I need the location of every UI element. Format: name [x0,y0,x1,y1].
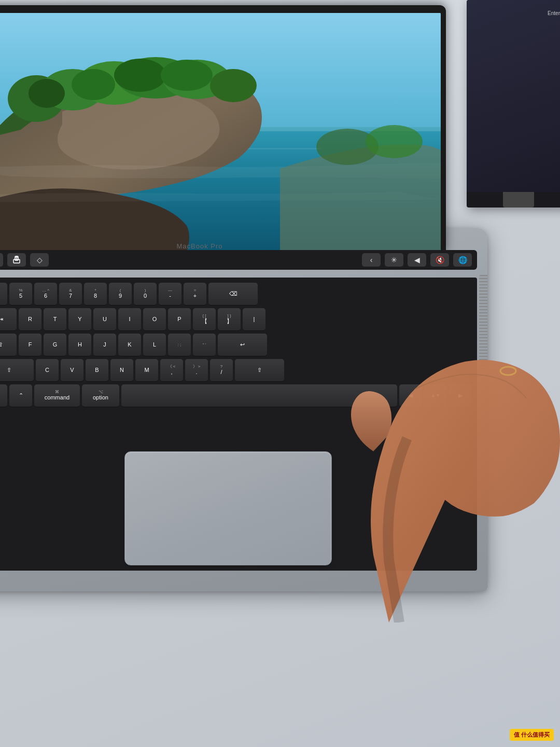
key-i[interactable]: I [118,308,141,331]
key-option[interactable]: ⌥ option [82,384,119,407]
key-j[interactable]: J [93,334,116,356]
touch-bar-eye-icon[interactable]: 👁 [0,253,3,267]
svg-point-13 [114,59,166,92]
enter-key-label: Enter [548,10,560,16]
key-equals[interactable]: = + [184,283,206,306]
key-l[interactable]: L [143,334,166,356]
touch-bar-mute-icon[interactable]: 🔇 [430,253,449,267]
hand-overlay [306,270,560,622]
macbook-screen-bezel: MacBook Pro [0,5,446,254]
key-g[interactable]: G [44,334,66,356]
second-monitor-stand [503,192,534,208]
key-9[interactable]: ( 9 [109,283,132,306]
key-command[interactable]: ⌘ command [34,384,80,407]
second-monitor-screen [467,0,560,192]
key-k[interactable]: K [118,334,141,356]
key-caps[interactable]: ⇪ [0,334,17,356]
touch-bar[interactable]: 👁 ◇ ‹ ✳ ◀ 🔇 🌐 [0,250,477,270]
key-quote[interactable]: " ' [193,334,216,356]
key-7[interactable]: & 7 [59,283,82,306]
key-4[interactable]: ¥ $ 4 [0,283,7,306]
key-shift-right[interactable]: ⇧ [235,359,284,382]
key-y[interactable]: Y [68,308,91,331]
key-n[interactable]: N [110,359,133,382]
key-u[interactable]: U [93,308,116,331]
key-8[interactable]: * 8 [84,283,107,306]
key-p[interactable]: P [168,308,191,331]
key-r[interactable]: R [19,308,41,331]
second-monitor: Enter [467,0,560,208]
touch-bar-share-icon[interactable] [7,253,26,267]
key-m[interactable]: M [135,359,158,382]
key-period[interactable]: 》 > . [185,359,208,382]
key-return[interactable]: ↩ [218,334,267,356]
key-bracket-right[interactable]: ] } 】 [218,308,241,331]
key-ctrl[interactable]: ⌃ [9,384,32,407]
key-b[interactable]: B [86,359,108,382]
svg-point-12 [72,69,115,100]
touch-bar-volume-icon[interactable]: ◀ [408,253,426,267]
key-delete[interactable]: ⌫ [208,283,258,306]
wallpaper-svg [0,10,441,254]
touch-bar-back-icon[interactable]: ‹ [362,253,381,267]
key-fn[interactable]: fn [0,384,7,407]
key-c[interactable]: C [36,359,59,382]
svg-point-14 [161,60,213,91]
key-semicolon[interactable]: : ; [168,334,191,356]
touch-bar-brightness-icon[interactable]: ✳ [385,253,403,267]
macbook-logo-text: MacBook Pro [176,242,222,250]
key-backslash[interactable]: | [243,308,265,331]
trackpad[interactable] [124,451,332,565]
key-minus[interactable]: — - [159,283,181,306]
key-t[interactable]: T [44,308,66,331]
touch-bar-siri-icon[interactable]: 🌐 [453,253,472,267]
key-0[interactable]: ) 0 [134,283,157,306]
macbook-screen [0,10,441,254]
key-f[interactable]: F [19,334,41,356]
key-5[interactable]: % 5 [9,283,32,306]
key-tab[interactable]: ⇥ [0,308,17,331]
svg-point-10 [210,69,257,102]
key-v[interactable]: V [61,359,83,382]
svg-point-16 [366,125,423,158]
svg-point-11 [29,79,65,108]
key-comma[interactable]: 《 < , [160,359,183,382]
key-6[interactable]: … ^ 6 [34,283,57,306]
watermark: 值 什么值得买 [510,729,554,741]
key-shift-left[interactable]: ⇧ [0,359,34,382]
key-o[interactable]: O [143,308,166,331]
key-h[interactable]: H [68,334,91,356]
key-slash[interactable]: ? / [210,359,233,382]
key-bracket-left[interactable]: { [ 【 [193,308,216,331]
touch-bar-tag-icon[interactable]: ◇ [30,253,49,267]
